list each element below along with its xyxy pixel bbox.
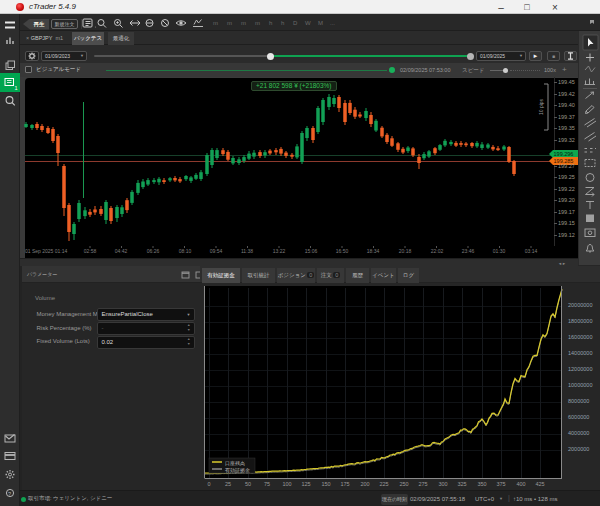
svg-text:m: m xyxy=(255,20,260,26)
svg-text:h: h xyxy=(281,20,284,26)
svg-text:有効証拠金: 有効証拠金 xyxy=(225,467,250,474)
svg-text:W: W xyxy=(305,20,311,26)
svg-text:D: D xyxy=(293,20,298,26)
svg-text:m: m xyxy=(241,20,246,26)
svg-text:h: h xyxy=(269,20,272,26)
svg-text:m: m xyxy=(227,20,232,26)
svg-text:m: m xyxy=(213,20,218,26)
svg-text:口座残高: 口座残高 xyxy=(225,460,245,467)
svg-text:10 pips: 10 pips xyxy=(538,98,544,115)
svg-text:M: M xyxy=(318,20,323,26)
svg-text:?: ? xyxy=(8,491,11,497)
svg-text:...: ... xyxy=(330,20,335,26)
